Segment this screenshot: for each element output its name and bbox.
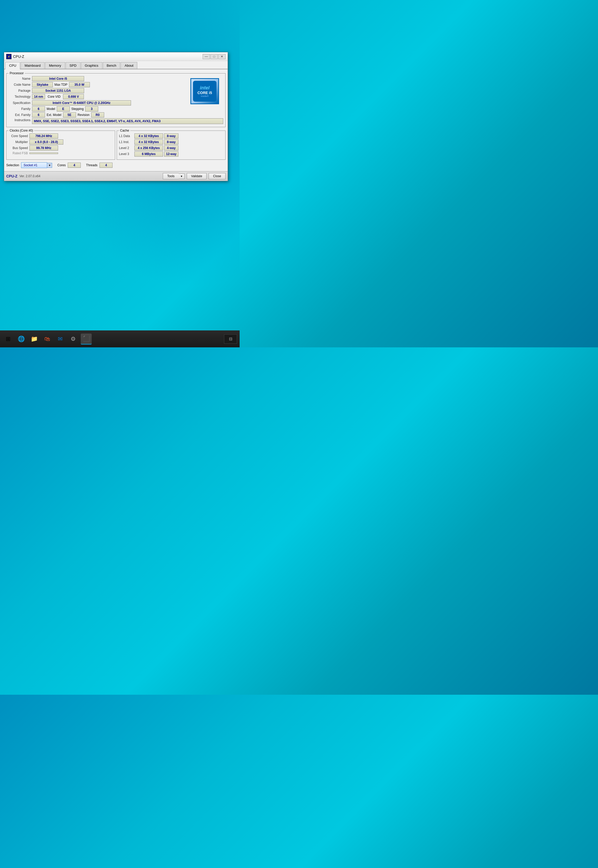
selection-row: Selection Socket #1 ▼ Cores 4 Threads 4 [6,162,226,168]
bus-speed-label: Bus Speed [9,146,30,150]
level2-row: Level 2 4 x 256 KBytes 4-way [119,145,223,151]
name-label: Name [9,77,32,81]
ext-family-label: Ext. Family [9,113,32,117]
tab-mainboard[interactable]: Mainboard [21,62,44,69]
clocks-legend: Clocks (Core #0) [9,129,34,132]
version-text: Ver. 2.07.0.x64 [19,174,40,178]
level3-label: Level 3 [119,152,133,156]
window-title: CPU-Z [13,54,24,58]
tab-about[interactable]: About [121,62,137,69]
close-button[interactable]: ✕ [218,54,226,59]
technology-label: Technology [9,95,32,99]
package-label: Package [9,89,32,93]
selection-label: Selection [6,163,19,167]
instructions-label: Instructions [9,118,32,122]
l1-data-way: 8-way [164,133,178,139]
family-row: Family 6 Model E Stepping 3 [9,106,223,112]
max-tdp-value: 35.0 W [69,82,90,87]
taskbar: ⊞ 🌐 📁 🛍 ✉ ⚙ ⬛ ⊟ [0,331,240,347]
minimize-button[interactable]: — [203,54,210,59]
tools-button[interactable]: Tools [163,173,179,179]
app-icon: ⚡ [6,54,12,59]
level3-way: 12-way [164,151,178,157]
level3-row: Level 3 6 MBytes 12-way [119,151,223,157]
validate-button[interactable]: Validate [187,173,206,179]
socket-select-group[interactable]: Socket #1 ▼ [21,162,52,168]
settings-icon[interactable]: ⚙ [68,334,79,344]
l1-data-value: 4 x 32 KBytes [135,133,163,139]
family-value: 6 [32,106,45,112]
tools-group: Tools ▼ [163,173,185,179]
clocks-cache-section: Clocks (Core #0) Core Speed 798.24 MHz M… [6,129,226,161]
intel-inside-text: inside® [201,95,209,97]
tab-spd[interactable]: SPD [66,62,81,69]
clocks-section: Clocks (Core #0) Core Speed 798.24 MHz M… [6,129,115,160]
rated-fsb-label: Rated FSB [9,151,30,155]
intel-logo-inner: intel CORE i5 inside® [193,81,217,102]
revision-value: R0 [91,112,104,118]
microsoft-store-icon[interactable]: 🛍 [42,334,52,344]
tab-bench[interactable]: Bench [103,62,120,69]
cpu-z-window: ⚡ CPU-Z — □ ✕ CPU Mainboard Memory SPD G… [4,52,228,181]
maximize-button[interactable]: □ [211,54,218,59]
family-label: Family [9,107,32,111]
l1-inst-way: 8-way [164,139,178,145]
footer-brand: CPU-Z [6,174,18,178]
title-bar: ⚡ CPU-Z — □ ✕ [4,52,228,61]
specification-value: Intel® Core™ i5-6400T CPU @ 2.20GHz [32,100,131,106]
mail-icon[interactable]: ✉ [55,334,66,344]
revision-label: Revision [78,113,90,117]
cache-section: Cache L1 Data 4 x 32 KBytes 8-way L1 Ins… [117,129,226,160]
core-vid-value: 0.698 V [63,94,84,99]
multiplier-value: x 8.0 (8.0 - 28.0) [30,139,63,145]
system-tray[interactable]: ⊟ [224,334,237,344]
taskbar-end: ⊟ [224,334,237,344]
start-button[interactable]: ⊞ [3,334,13,344]
cache-legend: Cache [119,129,130,132]
level3-value: 6 MBytes [135,151,163,157]
threads-value: 4 [100,163,112,168]
specification-label: Specification [9,101,32,105]
intel-core-text: CORE i5 [197,91,212,95]
core-speed-value: 798.24 MHz [30,133,58,139]
core-speed-row: Core Speed 798.24 MHz [9,133,113,139]
core-speed-label: Core Speed [9,134,30,138]
file-explorer-icon[interactable]: 📁 [28,334,40,344]
tab-bar: CPU Mainboard Memory SPD Graphics Bench … [4,61,228,69]
l1-inst-value: 4 x 32 KBytes [135,139,163,145]
intel-text: intel [200,85,209,91]
model-value: E [57,106,70,112]
l1-data-row: L1 Data 4 x 32 KBytes 8-way [119,133,223,139]
multiplier-label: Multiplier [9,140,30,144]
cpu-z-taskbar-icon[interactable]: ⬛ [81,334,92,344]
rated-fsb-value [30,153,58,154]
socket-select-arrow[interactable]: ▼ [47,163,52,168]
footer: CPU-Z Ver. 2.07.0.x64 Tools ▼ Validate C… [4,171,228,181]
tab-cpu[interactable]: CPU [5,62,20,69]
l1-data-label: L1 Data [119,134,133,138]
max-tdp-label: Max TDP [54,83,67,87]
stepping-value: 3 [85,106,98,112]
socket-select[interactable]: Socket #1 [21,162,47,168]
tab-memory[interactable]: Memory [45,62,65,69]
level2-way: 4-way [164,145,178,151]
multiplier-row: Multiplier x 8.0 (8.0 - 28.0) [9,139,113,145]
codename-label: Code Name [9,83,32,87]
processor-legend: Processor [9,72,25,75]
l1-inst-row: L1 Inst. 4 x 32 KBytes 8-way [119,139,223,145]
core-vid-label: Core VID [48,95,60,99]
tab-graphics[interactable]: Graphics [81,62,102,69]
ext-model-label: Ext. Model [46,113,61,117]
close-button[interactable]: Close [209,173,226,179]
title-bar-left: ⚡ CPU-Z [6,54,24,59]
tools-dropdown-arrow[interactable]: ▼ [179,174,185,179]
title-bar-buttons: — □ ✕ [203,54,226,59]
processor-section: Processor intel CORE i5 inside® Name Int… [6,72,226,127]
content-area: Processor intel CORE i5 inside® Name Int… [4,69,228,171]
edge-icon[interactable]: 🌐 [16,334,27,344]
package-value: Socket 1151 LGA [32,88,84,93]
ext-family-value: 6 [32,112,45,118]
cores-label: Cores [57,163,66,167]
bus-speed-value: 99.78 MHz [30,145,58,151]
ext-model-value: 5E [63,112,76,118]
